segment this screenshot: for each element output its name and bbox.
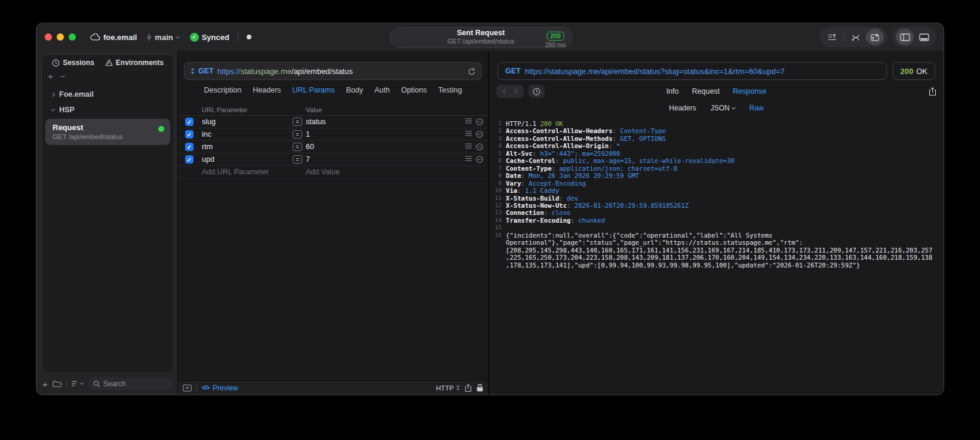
zoom-window-button[interactable] bbox=[69, 33, 76, 41]
share-button[interactable] bbox=[465, 384, 472, 392]
tab-sessions[interactable]: Sessions bbox=[52, 59, 94, 67]
param-value-cell[interactable]: =7 bbox=[293, 155, 463, 164]
new-folder-button[interactable] bbox=[53, 380, 62, 387]
param-name[interactable]: upd bbox=[202, 155, 293, 164]
divider bbox=[66, 380, 67, 388]
reorder-icon[interactable] bbox=[465, 143, 472, 150]
response-tab-response-label: Response bbox=[733, 87, 766, 96]
response-tab-response[interactable]: Response bbox=[733, 87, 766, 96]
column-header-name: URL Parameter bbox=[202, 106, 293, 113]
console-toggle-button[interactable] bbox=[183, 384, 192, 392]
param-name[interactable]: slug bbox=[202, 118, 293, 126]
remove-session-button[interactable]: − bbox=[60, 72, 66, 81]
export-lines-button[interactable] bbox=[824, 29, 841, 45]
response-line: 13Connection: close bbox=[489, 209, 944, 216]
param-value[interactable]: status bbox=[306, 118, 325, 126]
param-name[interactable]: inc bbox=[202, 130, 293, 139]
method-updown-icon bbox=[191, 68, 195, 74]
request-url[interactable]: https://statuspage.me/api/embed/status bbox=[217, 67, 465, 76]
param-row: ✓rtm=60 bbox=[178, 141, 488, 153]
request-tab-description[interactable]: Description bbox=[204, 86, 242, 94]
response-line: 8Date: Mon, 26 Jan 2026 20:29:59 GMT bbox=[489, 172, 944, 179]
request-tab-headers[interactable]: Headers bbox=[253, 86, 281, 94]
add-session-button[interactable]: + bbox=[48, 72, 53, 81]
export-lines-icon bbox=[828, 33, 837, 41]
tree-group-hsp[interactable]: HSP bbox=[42, 102, 174, 118]
minimize-window-button[interactable] bbox=[57, 33, 64, 41]
request-url-bar[interactable]: GET https://statuspage.me/api/embed/stat… bbox=[184, 62, 482, 80]
protocol-label: HTTP bbox=[436, 384, 454, 392]
request-tab-auth[interactable]: Auth bbox=[374, 86, 390, 94]
toggle-left-panel-button[interactable] bbox=[896, 29, 914, 45]
reorder-icon[interactable] bbox=[465, 118, 472, 125]
back-icon[interactable] bbox=[503, 89, 508, 94]
remove-param-icon[interactable] bbox=[476, 118, 483, 125]
add-param-value-placeholder[interactable]: Add Value bbox=[306, 168, 463, 176]
merge-arrows-icon bbox=[851, 33, 861, 41]
send-reload-icon[interactable] bbox=[468, 67, 475, 75]
tree-group-foe-email[interactable]: Foe.email bbox=[42, 87, 174, 102]
request-method[interactable]: GET bbox=[198, 67, 214, 75]
search-input[interactable] bbox=[103, 380, 168, 388]
toggle-bottom-panel-button[interactable] bbox=[915, 29, 933, 45]
protocol-selector[interactable]: HTTP bbox=[436, 384, 460, 392]
param-value[interactable]: 60 bbox=[306, 143, 314, 151]
merge-button[interactable] bbox=[847, 29, 865, 45]
response-subtab-raw[interactable]: Raw bbox=[749, 104, 764, 112]
request-summary-subtitle: GET /api/embed/status bbox=[447, 38, 514, 46]
request-tab-body-label: Body bbox=[346, 86, 363, 94]
param-name[interactable]: rtm bbox=[202, 143, 293, 151]
remove-param-icon[interactable] bbox=[476, 143, 483, 150]
branch-icon bbox=[146, 33, 152, 42]
reorder-icon[interactable] bbox=[465, 156, 472, 163]
param-value-cell[interactable]: =60 bbox=[293, 143, 463, 151]
request-list-item-selected[interactable]: Request GET /api/embed/status bbox=[45, 119, 170, 145]
param-checkbox[interactable]: ✓ bbox=[185, 143, 193, 151]
add-param-row[interactable]: Add URL Parameter Add Value bbox=[178, 166, 488, 179]
response-url-box[interactable]: GET https://statuspage.me/api/embed/stat… bbox=[497, 62, 887, 80]
branch-selector[interactable]: main bbox=[146, 33, 179, 42]
line-number: 15 bbox=[489, 224, 506, 231]
response-subtab-headers-label: Headers bbox=[669, 104, 696, 112]
sent-request-summary[interactable]: Sent Request GET /api/embed/status 200 2… bbox=[389, 27, 572, 48]
project-menu[interactable]: foe.email bbox=[90, 33, 137, 42]
request-tab-testing[interactable]: Testing bbox=[438, 86, 462, 94]
sidebar-search[interactable] bbox=[88, 377, 174, 390]
remove-param-icon[interactable] bbox=[476, 156, 483, 163]
sync-status[interactable]: ✓ Synced bbox=[190, 33, 229, 42]
response-body[interactable]: 1HTTP/1.1 200 OK2Access-Control-Allow-He… bbox=[489, 120, 944, 395]
tab-environments[interactable]: Environments bbox=[105, 59, 164, 67]
param-value[interactable]: 1 bbox=[306, 130, 310, 139]
param-value-cell[interactable]: =status bbox=[293, 118, 463, 126]
response-tab-info[interactable]: Info bbox=[666, 87, 679, 96]
preview-button[interactable]: </> Preview bbox=[202, 384, 238, 392]
response-tab-request[interactable]: Request bbox=[692, 87, 720, 96]
param-checkbox[interactable]: ✓ bbox=[185, 130, 193, 139]
sort-list-button[interactable] bbox=[72, 381, 83, 387]
history-button[interactable] bbox=[529, 85, 545, 98]
chevron-down-icon bbox=[176, 34, 180, 38]
lock-icon[interactable] bbox=[477, 384, 483, 392]
reorder-icon[interactable] bbox=[465, 131, 472, 138]
request-tab-options[interactable]: Options bbox=[401, 86, 427, 94]
add-request-button[interactable]: + bbox=[42, 379, 48, 389]
request-tab-body[interactable]: Body bbox=[346, 86, 363, 94]
request-tab-url-params[interactable]: URL Params bbox=[292, 86, 334, 94]
response-subtab-headers[interactable]: Headers bbox=[669, 104, 696, 112]
transfer-button[interactable] bbox=[866, 29, 884, 45]
param-value[interactable]: 7 bbox=[306, 155, 310, 164]
param-table: URL Parameter Value ✓slug=status✓inc=1✓r… bbox=[178, 104, 488, 179]
forward-icon[interactable] bbox=[512, 89, 517, 94]
line-number: 6 bbox=[489, 157, 506, 164]
close-window-button[interactable] bbox=[45, 33, 52, 41]
column-header-value: Value bbox=[306, 106, 463, 113]
export-response-button[interactable] bbox=[929, 87, 936, 96]
add-param-name-placeholder[interactable]: Add URL Parameter bbox=[202, 168, 293, 176]
param-checkbox[interactable]: ✓ bbox=[185, 118, 193, 126]
request-tab-options-label: Options bbox=[401, 86, 427, 94]
remove-param-icon[interactable] bbox=[476, 131, 483, 138]
param-value-cell[interactable]: =1 bbox=[293, 130, 463, 139]
response-subtab-json[interactable]: JSON bbox=[711, 104, 735, 112]
branch-name: main bbox=[155, 33, 173, 42]
param-checkbox[interactable]: ✓ bbox=[185, 155, 193, 164]
